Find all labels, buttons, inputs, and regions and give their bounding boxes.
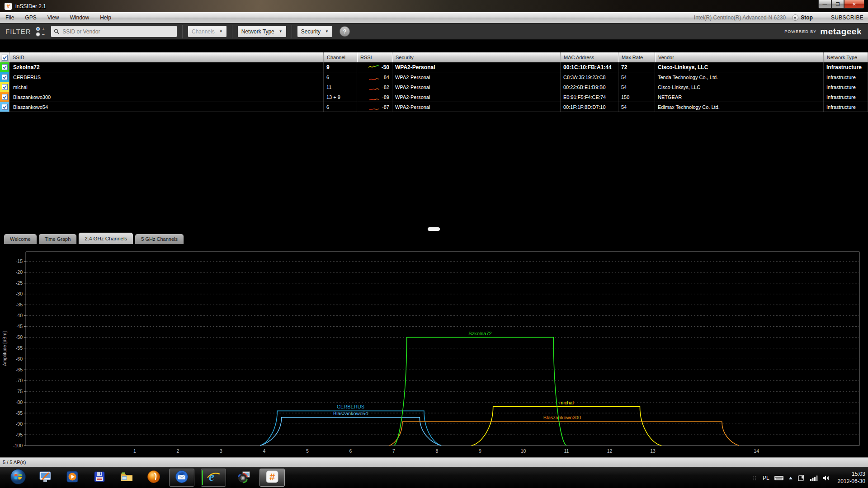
column-header-network-type[interactable]: Network Type	[824, 52, 868, 62]
help-button[interactable]: ?	[340, 26, 350, 37]
column-header-security[interactable]: Security	[392, 52, 561, 62]
rssi-value: -87	[382, 104, 389, 110]
menu-items: FileGPSViewWindowHelp	[0, 12, 117, 23]
taskbar-media-player-icon[interactable]	[63, 469, 81, 487]
menu-gps[interactable]: GPS	[19, 12, 42, 23]
filter-include-radio[interactable]	[36, 27, 40, 31]
chevron-down-icon: ▼	[279, 29, 283, 33]
power-plug-icon[interactable]	[797, 474, 805, 482]
table-row[interactable]: Blaszankowo30013 + 9-89WPA2-PersonalE0:9…	[0, 92, 868, 102]
rssi-sparkline	[368, 64, 380, 71]
table-row[interactable]: Blaszankowo546-87WPA2-Personal00:1F:1F:8…	[0, 102, 868, 112]
svg-text:-85: -85	[16, 410, 23, 416]
header-checkbox-cell[interactable]	[0, 52, 9, 62]
inssider-window: # inSSIDer 2.1 — ❐ ✕ FileGPSViewWindowHe…	[0, 0, 868, 488]
system-tray: PL	[753, 467, 865, 488]
row-checkbox[interactable]	[2, 84, 8, 90]
network-signal-icon[interactable]	[810, 475, 818, 481]
tab-welcome[interactable]: Welcome	[4, 234, 37, 244]
rssi-value: -82	[382, 84, 389, 90]
cell-security: WPA2-Personal	[392, 102, 561, 112]
column-header-mac-address[interactable]: MAC Address	[561, 52, 618, 62]
taskbar-internet-explorer-button[interactable]: e	[201, 469, 226, 487]
svg-text:-90: -90	[16, 421, 23, 427]
column-header-max-rate[interactable]: Max Rate	[618, 52, 655, 62]
internet-explorer-icon: e	[206, 469, 221, 486]
splitter-handle[interactable]	[428, 227, 440, 231]
stop-button[interactable]: Stop	[792, 14, 813, 21]
column-header-vendor[interactable]: Vendor	[655, 52, 824, 62]
cell-channel: 13 + 9	[324, 92, 357, 102]
cell-mac: 00:1C:10:FB:A1:44	[561, 62, 618, 72]
remote-desktop-icon	[38, 470, 52, 485]
maximize-button[interactable]: ❐	[831, 0, 844, 9]
cell-mac: C8:3A:35:19:23:C8	[561, 72, 618, 82]
table-row[interactable]: Szkolna729-50WPA2-Personal00:1C:10:FB:A1…	[0, 62, 868, 72]
rssi-sparkline	[368, 84, 380, 91]
speaker-icon[interactable]	[822, 475, 830, 481]
svg-text:-45: -45	[16, 324, 23, 329]
row-checkbox[interactable]	[2, 104, 8, 110]
taskbar-photo-viewer-icon[interactable]	[235, 469, 253, 487]
taskbar-thunderbird-button[interactable]	[169, 469, 194, 487]
menu-window[interactable]: Window	[64, 12, 94, 23]
taskbar-floppy-save-icon[interactable]	[90, 469, 108, 487]
filter-dropdown-network-type[interactable]: Network Type▼	[238, 26, 286, 37]
column-header-ssid[interactable]: SSID	[9, 52, 324, 62]
cell-vendor: NETGEAR	[655, 92, 824, 102]
row-checkbox[interactable]	[2, 74, 8, 80]
row-color-cell	[0, 82, 9, 92]
taskbar-orange-sphere-icon[interactable]	[145, 469, 163, 487]
filter-exclude-radio[interactable]	[36, 32, 40, 37]
rssi-value: -89	[382, 94, 389, 100]
svg-text:-55: -55	[16, 345, 23, 351]
filter-dropdown-security[interactable]: Security▼	[297, 26, 332, 37]
cell-rssi: -87	[357, 102, 392, 112]
running-indicator	[202, 470, 203, 485]
svg-text:-65: -65	[16, 367, 23, 372]
filter-dropdown-channels[interactable]: Channels▼	[188, 26, 226, 37]
hidden-icons-arrow[interactable]	[788, 476, 793, 480]
close-button[interactable]: ✕	[844, 0, 864, 9]
cell-ssid: Blaszankowo54	[9, 102, 324, 112]
search-box[interactable]	[51, 26, 177, 37]
menu-file[interactable]: File	[0, 12, 19, 23]
keyboard-icon[interactable]	[774, 475, 784, 481]
search-input[interactable]	[61, 28, 174, 35]
subscribe-link[interactable]: SUBSCRIBE	[831, 14, 863, 21]
svg-text:-60: -60	[16, 356, 23, 361]
menu-view[interactable]: View	[42, 12, 65, 23]
minimize-button[interactable]: —	[818, 0, 831, 9]
svg-text:-80: -80	[16, 399, 23, 405]
row-checkbox[interactable]	[2, 64, 8, 70]
clock[interactable]: 15:03 2012-06-30	[838, 471, 865, 485]
ap-count: 5 / 5 AP(s)	[3, 460, 26, 465]
titlebar: # inSSIDer 2.1 — ❐ ✕	[0, 0, 868, 12]
clock-date: 2012-06-30	[838, 478, 865, 485]
table-row[interactable]: michal11-82WPA2-Personal00:22:6B:E1:B9:B…	[0, 82, 868, 92]
column-header-channel[interactable]: Channel	[324, 52, 357, 62]
cell-max-rate: 54	[618, 102, 655, 112]
language-indicator[interactable]: PL	[763, 475, 769, 481]
cell-ssid: CERBERUS	[9, 72, 324, 82]
svg-text:-75: -75	[16, 389, 23, 394]
taskbar-remote-desktop-icon[interactable]	[36, 469, 54, 487]
table-row[interactable]: CERBERUS6-84WPA2-PersonalC8:3A:35:19:23:…	[0, 72, 868, 82]
row-checkbox[interactable]	[2, 55, 8, 61]
tab-5-ghz-channels[interactable]: 5 GHz Channels	[135, 234, 184, 244]
svg-text:-50: -50	[16, 334, 23, 340]
cell-max-rate: 54	[618, 82, 655, 92]
taskbar-inssider-button[interactable]: #	[259, 469, 285, 487]
tab-time-graph[interactable]: Time Graph	[38, 234, 77, 244]
menu-help[interactable]: Help	[94, 12, 117, 23]
taskbar-explorer-folder-icon[interactable]	[118, 469, 136, 487]
row-color-cell	[0, 92, 9, 102]
svg-text:-25: -25	[16, 280, 23, 286]
explorer-folder-icon	[119, 470, 134, 485]
row-checkbox[interactable]	[2, 94, 8, 100]
rssi-sparkline	[368, 74, 380, 81]
taskbar-start-orb-icon[interactable]	[9, 469, 27, 487]
svg-text:-40: -40	[16, 313, 23, 318]
column-header-rssi[interactable]: RSSI	[357, 52, 392, 62]
tab-2-4-ghz-channels[interactable]: 2.4 GHz Channels	[78, 232, 133, 244]
